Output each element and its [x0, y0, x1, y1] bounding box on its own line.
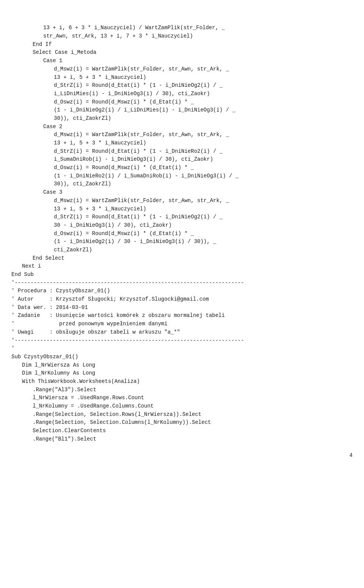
code-line: d_Oswz(i) = Round(d_Mswz(i) * (d_Etat(i)…	[11, 98, 353, 107]
code-line: d_StrZ(i) = Round(d_Etat(i) * (1 - i_Dni…	[11, 213, 353, 221]
code-line: 13 + i, 5 + 3 * i_Nauczyciel)	[11, 205, 353, 213]
code-line: 13 + i, 6 + 3 * i_Nauczyciel) / WartZamP…	[11, 24, 353, 32]
code-line: .Range("Bl1").Select	[11, 435, 353, 444]
code-line: (1 - i_DniNieOg2(i) / 30 - i_DniNieOg3(i…	[11, 238, 353, 246]
code-line: With ThisWorkbook.Worksheets(Analiza)	[11, 378, 353, 386]
code-line: (1 - i_DniNieOg2(i) / i_LiDniMies(i) - i…	[11, 106, 353, 114]
code-line: d_Mswz(i) = WartZamPlik(str_Folder, str_…	[11, 65, 353, 74]
code-line: Selection.ClearContents	[11, 427, 353, 435]
code-line: End If	[11, 41, 353, 49]
code-line: str_Awn, str_Ark, 13 + i, 7 + 3 * i_Nauc…	[11, 32, 353, 41]
code-line: 30 - i_DniNieOg3(i) / 30), cti_Zaokr)	[11, 221, 353, 230]
code-line: 30)), cti_ZaokrZl)	[11, 114, 353, 123]
code-line: d_Oswz(i) = Round(d_Mswz(i) * (d_Etat(i)…	[11, 164, 353, 172]
code-line: 13 + i, 5 + 3 * i_Nauczyciel)	[11, 74, 353, 82]
code-line: ' Uwagi : obsługuje obszar tabeli w arku…	[11, 328, 353, 337]
code-line: Case 2	[11, 123, 353, 131]
code-line: '---------------------------------------…	[11, 279, 353, 287]
code-line: Dim l_NrWiersza As Long	[11, 361, 353, 370]
code-line: ' przed ponownym wypełnieniem danymi	[11, 320, 353, 328]
code-line: (1 - i_DniNieRo2(i) / i_SumaDniRob(i) - …	[11, 172, 353, 180]
code-line: d_Mswz(i) = WartZamPlik(str_Folder, str_…	[11, 197, 353, 205]
code-line: 30)), cti_ZaokrZl)	[11, 180, 353, 188]
code-line: ' Data wer. : 2014-03-01	[11, 304, 353, 312]
code-line: d_Oswz(i) = Round(d_Mswz(i) * (d_Etat(i)…	[11, 230, 353, 238]
code-line: ' Procedura : CzystyObszar_01()	[11, 287, 353, 295]
code-line: d_StrZ(i) = Round(d_Etat(i) * (1 - i_Dni…	[11, 147, 353, 156]
code-line: d_Mswz(i) = WartZamPlik(str_Folder, str_…	[11, 131, 353, 139]
code-line: End Sub	[11, 271, 353, 279]
code-line: .Range("Al3").Select	[11, 386, 353, 394]
code-lines: 13 + i, 6 + 3 * i_Nauczyciel) / WartZamP…	[11, 24, 353, 443]
code-line: i_LiDniMies(i) - i_DniNieOg3(i) / 30), c…	[11, 90, 353, 98]
code-line: .Range(Selection, Selection.Rows(l_NrWie…	[11, 411, 353, 419]
code-line: Next i	[11, 262, 353, 271]
code-line: Dim l_NrKolumny As Long	[11, 369, 353, 378]
code-line: ' Autor : Krzysztof Sługocki; Krzysztof.…	[11, 295, 353, 304]
code-line: i_SumaDniRob(i) - i_DniNieOg3(i) / 30), …	[11, 155, 353, 164]
code-line: Case 1	[11, 57, 353, 65]
code-line: End Select	[11, 254, 353, 263]
code-line: Case 3	[11, 188, 353, 197]
code-container: 13 + i, 6 + 3 * i_Nauczyciel) / WartZamP…	[0, 0, 364, 467]
code-line: cti_ZaokrZl)	[11, 246, 353, 254]
code-line: l_NrWiersza = .UsedRange.Rows.Count	[11, 394, 353, 402]
code-line: 13 + i, 5 + 3 * i_Nauczyciel)	[11, 139, 353, 147]
code-line: Select Case i_Metoda	[11, 49, 353, 57]
code-line: Sub CzystyObszar_01()	[11, 353, 353, 361]
code-line: '	[11, 345, 353, 353]
page-number: 4	[350, 452, 353, 460]
code-line: d_StrZ(i) = Round(d_Etat(i) * (1 - i_Dni…	[11, 82, 353, 90]
code-line: ' Zadanie : Usunięcie wartości komórek z…	[11, 312, 353, 320]
code-line: l_NrKolumny = .UsedRange.Columns.Count	[11, 402, 353, 411]
code-line: .Range(Selection, Selection.Columns(l_Nr…	[11, 419, 353, 427]
code-line: '---------------------------------------…	[11, 337, 353, 345]
